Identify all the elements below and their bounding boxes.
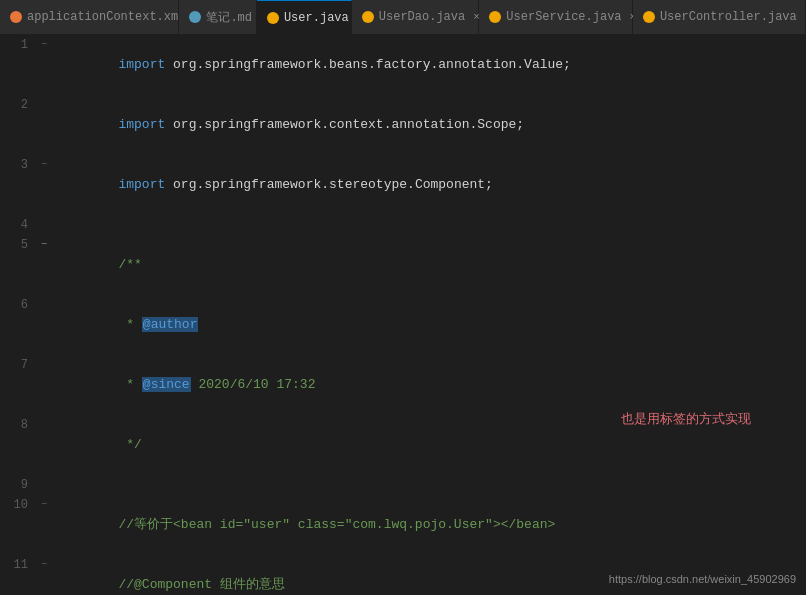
- code-line-3: 3 − import org.springframework.stereotyp…: [0, 155, 806, 215]
- line-num-8: 8: [0, 415, 36, 435]
- line-num-6: 6: [0, 295, 36, 315]
- code-line-9: 9: [0, 475, 806, 495]
- tab-icon-applicationContext: [10, 11, 22, 23]
- line-num-11: 11: [0, 555, 36, 575]
- line-content-10: //等价于<bean id="user" class="com.lwq.pojo…: [52, 495, 806, 555]
- watermark: https://blog.csdn.net/weixin_45902969: [609, 573, 796, 585]
- line-num-9: 9: [0, 475, 36, 495]
- tab-userServiceJava[interactable]: UserService.java ×: [479, 0, 633, 35]
- tab-icon-userServiceJava: [489, 11, 501, 23]
- line-content-9: [52, 475, 806, 495]
- code-line-1: 1 − import org.springframework.beans.fac…: [0, 35, 806, 95]
- tab-userDaoJava[interactable]: UserDao.java ×: [352, 0, 480, 35]
- code-area: 1 − import org.springframework.beans.fac…: [0, 35, 806, 595]
- line-num-7: 7: [0, 355, 36, 375]
- tab-icon-userDaoJava: [362, 11, 374, 23]
- tab-icon-notes: [189, 11, 201, 23]
- line-content-1: import org.springframework.beans.factory…: [52, 35, 806, 95]
- line-num-3: 3: [0, 155, 36, 175]
- fold-1[interactable]: −: [36, 35, 52, 55]
- line-num-5: 5: [0, 235, 36, 255]
- code-content: 1 − import org.springframework.beans.fac…: [0, 35, 806, 595]
- line-content-4: [52, 215, 806, 235]
- tab-userControllerJava[interactable]: UserController.java ×: [633, 0, 806, 35]
- line-content-5: /**: [52, 235, 806, 295]
- code-line-2: 2 import org.springframework.context.ann…: [0, 95, 806, 155]
- line-content-6: * @author: [52, 295, 806, 355]
- line-content-7: * @since 2020/6/10 17:32: [52, 355, 806, 415]
- line-content-2: import org.springframework.context.annot…: [52, 95, 806, 155]
- tab-label-userJava: User.java: [284, 11, 349, 25]
- code-line-7: 7 * @since 2020/6/10 17:32: [0, 355, 806, 415]
- fold-5[interactable]: −: [36, 235, 52, 255]
- fold-3: −: [36, 155, 52, 175]
- code-line-4: 4: [0, 215, 806, 235]
- tab-icon-userControllerJava: [643, 11, 655, 23]
- line-num-1: 1: [0, 35, 36, 55]
- tab-icon-userJava: [267, 12, 279, 24]
- tab-label-userServiceJava: UserService.java: [506, 10, 621, 24]
- line-content-8: */: [52, 415, 806, 475]
- line-num-2: 2: [0, 95, 36, 115]
- tab-label-applicationContext: applicationContext.xml: [27, 10, 185, 24]
- tab-userJava[interactable]: User.java: [257, 0, 352, 35]
- tab-bar: applicationContext.xml 笔记.md User.java U…: [0, 0, 806, 35]
- tab-label-userControllerJava: UserController.java: [660, 10, 797, 24]
- tab-label-notes: 笔记.md: [206, 9, 252, 26]
- code-line-10: 10 − //等价于<bean id="user" class="com.lwq…: [0, 495, 806, 555]
- line-content-3: import org.springframework.stereotype.Co…: [52, 155, 806, 215]
- code-line-5: 5 − /**: [0, 235, 806, 295]
- tab-notes[interactable]: 笔记.md: [179, 0, 257, 35]
- tab-label-userDaoJava: UserDao.java: [379, 10, 465, 24]
- code-line-6: 6 * @author: [0, 295, 806, 355]
- code-line-8: 8 */: [0, 415, 806, 475]
- line-num-4: 4: [0, 215, 36, 235]
- fold-11: −: [36, 555, 52, 575]
- tab-applicationContext[interactable]: applicationContext.xml: [0, 0, 179, 35]
- line-num-10: 10: [0, 495, 36, 515]
- fold-10: −: [36, 495, 52, 515]
